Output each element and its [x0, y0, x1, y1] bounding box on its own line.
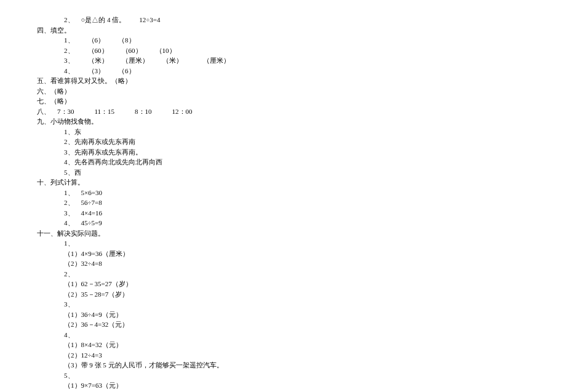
- text-line: （1）4×9=36（厘米）: [37, 249, 529, 259]
- text-line: 4、先各西再向北或先向北再向西: [37, 157, 529, 167]
- text-line: 2、 ○是△的 4 倍。 12÷3=4: [37, 15, 529, 25]
- text-line: 4、: [37, 330, 529, 340]
- text-line: 5、西: [37, 167, 529, 178]
- text-line: 2、先南再东或先东再南: [37, 137, 529, 147]
- text-line: （2）35－28=7（岁）: [37, 289, 529, 300]
- text-line: 3、先南再东或先东再南。: [37, 147, 529, 158]
- text-line: 3、: [37, 299, 529, 310]
- text-line: 1、东: [37, 127, 529, 137]
- text-line: 2、: [37, 269, 529, 279]
- text-line: 3、 （米） （厘米） （米） （厘米）: [37, 55, 529, 66]
- text-line: 七、（略）: [37, 96, 529, 106]
- text-line: 2、 56÷7=8: [37, 198, 529, 208]
- text-line: 3、 4×4=16: [37, 208, 529, 218]
- text-line: 十、列式计算。: [37, 177, 529, 188]
- text-line: （3）带 9 张 5 元的人民币，才能够买一架遥控汽车。: [37, 360, 529, 370]
- text-line: 四、填空。: [37, 25, 529, 36]
- text-line: 1、 （6） （8）: [37, 35, 529, 46]
- text-line: （2）36－4=32（元）: [37, 319, 529, 330]
- text-line: （1）36÷4=9（元）: [37, 310, 529, 320]
- text-line: （1）9×7=63（元）: [37, 380, 529, 391]
- text-line: （1）8×4=32（元）: [37, 340, 529, 350]
- text-line: 五、看谁算得又对又快。（略）: [37, 76, 529, 86]
- text-line: （2）32÷4=8: [37, 258, 529, 269]
- text-line: 1、 5×6=30: [37, 188, 529, 198]
- text-line: 八、 7：30 11：15 8：10 12：00: [37, 106, 529, 117]
- text-line: 2、 （60） （60） （10）: [37, 46, 529, 56]
- text-line: 1、: [37, 238, 529, 249]
- text-line: 六、（略）: [37, 86, 529, 97]
- text-line: 5、: [37, 370, 529, 381]
- text-line: 十一、解决实际问题。: [37, 228, 529, 239]
- text-line: 4、 45÷5=9: [37, 218, 529, 228]
- text-line: 4、 （3） （6）: [37, 66, 529, 76]
- text-line: 九、小动物找食物。: [37, 116, 529, 127]
- text-line: （2）12÷4=3: [37, 350, 529, 361]
- document-body: 2、 ○是△的 4 倍。 12÷3=4四、填空。1、 （6） （8）2、 （60…: [37, 15, 529, 392]
- text-line: （1）62－35=27（岁）: [37, 279, 529, 289]
